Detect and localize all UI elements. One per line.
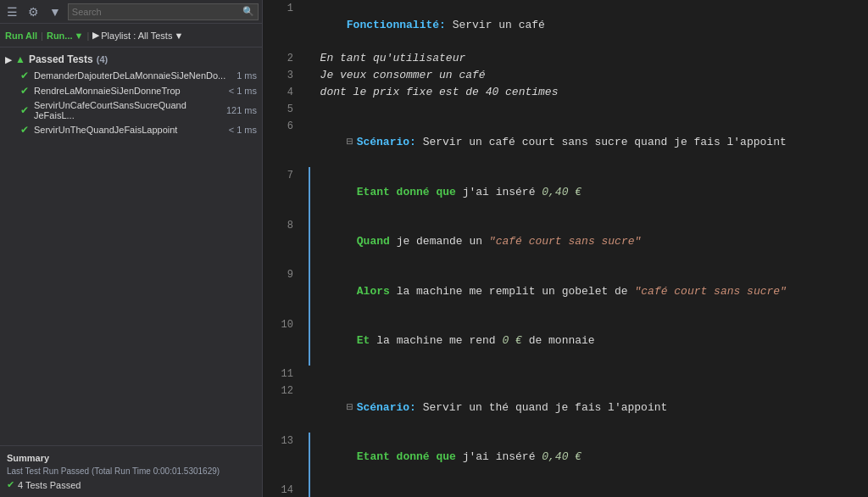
- code-line-2: 2 En tant qu'utilisateur: [263, 50, 868, 67]
- fold-icon[interactable]: ⊟: [347, 401, 353, 414]
- line-number: 13: [270, 433, 293, 449]
- group-label: Passed Tests: [29, 53, 93, 65]
- code-line-3: 3 Je veux consommer un café: [263, 67, 868, 84]
- run-all-button[interactable]: Run All: [5, 31, 37, 41]
- line-content: Quand je demande un "café court sans suc…: [309, 217, 861, 267]
- search-box[interactable]: 🔍: [68, 3, 259, 20]
- group-passed-icon: ▲: [15, 53, 25, 65]
- filter-icon[interactable]: ▼: [46, 3, 64, 20]
- line-number: 2: [270, 50, 293, 66]
- str-val: "café court sans sucre": [634, 285, 786, 298]
- str-val: "café court sans sucre": [489, 235, 641, 248]
- passed-icon: ✔: [7, 479, 14, 490]
- code-line-13: 13 Etant donné que j'ai inséré 0,40 €: [263, 433, 868, 483]
- group-count: (4): [97, 54, 108, 64]
- run-dropdown[interactable]: Run... ▼: [47, 31, 83, 41]
- code-line-7: 7 Etant donné que j'ai inséré 0,40 €: [263, 167, 868, 217]
- code-line-9: 9 Alors la machine me remplit un gobelet…: [263, 266, 868, 316]
- last-run-time: (Total Run Time 0:00:01.5301629): [92, 466, 220, 476]
- pass-icon: ✔: [20, 104, 29, 116]
- line-content: ⊟Scénario: Servir un café court sans suc…: [307, 118, 861, 168]
- code-line-6: 6 ⊟Scénario: Servir un café court sans s…: [263, 118, 868, 168]
- code-panel: 1 Fonctionnalité: Servir un café 2 En ta…: [263, 0, 868, 497]
- settings-icon[interactable]: ⚙: [25, 3, 42, 20]
- menu-icon[interactable]: ☰: [3, 3, 21, 20]
- keyword-scenario: Scénario:: [357, 401, 416, 414]
- keyword-and: Et: [357, 334, 370, 347]
- code-line-1: 1 Fonctionnalité: Servir un café: [263, 0, 868, 50]
- run-bar: Run All | Run... ▼ | ▶ Playlist : All Te…: [0, 24, 262, 47]
- summary-passed: ✔ 4 Tests Passed: [7, 479, 255, 490]
- fold-icon[interactable]: ⊟: [347, 136, 353, 148]
- test-duration: < 1 ms: [229, 125, 257, 135]
- toolbar: ☰ ⚙ ▼ 🔍: [0, 0, 262, 24]
- line-content: dont le prix fixe est de 40 centimes: [307, 84, 861, 101]
- code-line-8: 8 Quand je demande un "café court sans s…: [263, 217, 868, 267]
- group-arrow: ▶: [5, 55, 12, 64]
- line-number: 5: [270, 101, 293, 117]
- keyword-scenario: Scénario:: [357, 136, 416, 148]
- summary-panel: Summary Last Test Run Passed (Total Run …: [0, 445, 262, 497]
- line-content: [307, 101, 861, 118]
- pass-icon: ✔: [20, 124, 29, 136]
- line-number: 6: [270, 118, 293, 134]
- test-name: ServirUnThe​Quand​JeFais​Lappoint: [34, 125, 229, 135]
- summary-last-run: Last Test Run Passed (Total Run Time 0:0…: [7, 466, 255, 476]
- last-run-label: Last Test Run Passed: [7, 466, 89, 476]
- line-number: 9: [270, 266, 293, 282]
- passed-count: 4 Tests Passed: [18, 480, 81, 490]
- keyword-given: Etant donné que: [357, 450, 456, 463]
- line-number: 14: [270, 482, 293, 497]
- line-number: 1: [270, 0, 293, 16]
- test-name: DemanderDajouter​DeLaMonnaie​SiJeNenDo..…: [34, 70, 236, 81]
- code-line-4: 4 dont le prix fixe est de 40 centimes: [263, 84, 868, 101]
- code-line-11: 11: [263, 366, 868, 383]
- search-input[interactable]: [72, 7, 242, 17]
- line-content: Je veux consommer un café: [307, 67, 861, 84]
- code-line-5: 5: [263, 101, 868, 118]
- num-val: 0 €: [502, 334, 521, 347]
- line-content: Fonctionnalité: Servir un café: [307, 0, 861, 50]
- line-content: [307, 366, 861, 383]
- line-content: En tant qu'utilisateur: [307, 50, 861, 67]
- keyword-feature: Fonctionnalité:: [347, 19, 446, 31]
- line-content: Et la machine me rend 0 € de monnaie: [309, 316, 861, 366]
- separator-1: |: [41, 31, 43, 41]
- keyword-when: Quand: [357, 235, 390, 248]
- line-number: 10: [270, 316, 293, 332]
- test-name: ServirUnCafe​Court​Sans​Sucre​Quand​JeFa…: [34, 100, 226, 120]
- test-duration: 121 ms: [226, 105, 257, 115]
- summary-title: Summary: [7, 453, 255, 463]
- test-item[interactable]: ✔ DemanderDajouter​DeLaMonnaie​SiJeNenDo…: [0, 68, 262, 83]
- test-item[interactable]: ✔ ServirUnThe​Quand​JeFais​Lappoint < 1 …: [0, 122, 262, 137]
- search-icon: 🔍: [242, 6, 254, 17]
- playlist-button[interactable]: ▶ Playlist : All Tests ▼: [92, 30, 183, 41]
- line-number: 12: [270, 383, 293, 399]
- playlist-icon: ▶: [92, 30, 99, 41]
- test-item[interactable]: ✔ RendreLaMonnaie​SiJenDonneTrop < 1 ms: [0, 83, 262, 98]
- run-dropdown-arrow[interactable]: ▼: [75, 31, 84, 41]
- num-val: 0,40 €: [542, 450, 581, 463]
- line-number: 3: [270, 67, 293, 83]
- line-number: 4: [270, 84, 293, 100]
- test-duration: < 1 ms: [229, 86, 257, 96]
- left-panel: ☰ ⚙ ▼ 🔍 Run All | Run... ▼ | ▶ Playlist …: [0, 0, 263, 497]
- code-line-10: 10 Et la machine me rend 0 € de monnaie: [263, 316, 868, 366]
- group-passed-tests[interactable]: ▶ ▲ Passed Tests (4): [0, 51, 262, 68]
- line-number: 11: [270, 366, 293, 382]
- line-content: Etant donné que j'ai inséré 0,40 €: [309, 167, 861, 217]
- code-line-12: 12 ⊟Scénario: Servir un thé quand je fai…: [263, 383, 868, 433]
- test-name: RendreLaMonnaie​SiJenDonneTrop: [34, 86, 229, 96]
- num-val: 0,40 €: [542, 186, 581, 198]
- line-content: ⊟Scénario: Servir un thé quand je fais l…: [307, 383, 861, 433]
- line-number: 8: [270, 217, 293, 233]
- test-item[interactable]: ✔ ServirUnCafe​Court​Sans​Sucre​Quand​Je…: [0, 98, 262, 122]
- playlist-label: Playlist : All Tests: [101, 31, 172, 41]
- test-list: ▶ ▲ Passed Tests (4) ✔ DemanderDajouter​…: [0, 47, 262, 445]
- line-number: 7: [270, 167, 293, 183]
- playlist-arrow[interactable]: ▼: [174, 31, 183, 41]
- separator-2: |: [86, 31, 89, 41]
- keyword-given: Etant donné que: [357, 186, 456, 198]
- test-duration: 1 ms: [236, 70, 257, 81]
- code-line-14: 14 Quand je demande un "thé": [263, 482, 868, 497]
